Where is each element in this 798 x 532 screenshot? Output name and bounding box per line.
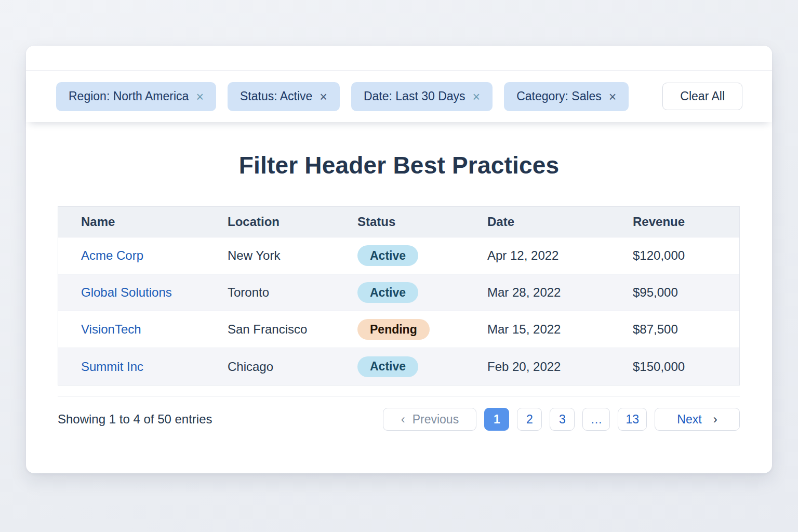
- status-badge: Active: [357, 282, 418, 303]
- filter-chip-label: Region: North America: [69, 89, 189, 103]
- status-badge: Active: [357, 245, 418, 266]
- next-page-button[interactable]: Next ›: [655, 408, 740, 431]
- filter-header: Region: North America × Status: Active ×…: [26, 71, 772, 122]
- filter-chip-label: Category: Sales: [516, 89, 602, 103]
- location-cell: San Francisco: [205, 311, 335, 348]
- date-cell: Feb 20, 2022: [464, 348, 610, 385]
- column-header-name: Name: [58, 207, 205, 237]
- table-footer: Showing 1 to 4 of 50 entries ‹ Previous …: [58, 408, 740, 431]
- chevron-left-icon: ‹: [401, 413, 405, 425]
- page-title: Filter Header Best Practices: [58, 151, 740, 179]
- table-row: VisionTech San Francisco Pending Mar 15,…: [58, 311, 739, 348]
- clear-all-button[interactable]: Clear All: [662, 83, 742, 110]
- filter-chip-date[interactable]: Date: Last 30 Days ×: [351, 82, 493, 111]
- filter-chip-region[interactable]: Region: North America ×: [56, 82, 216, 111]
- pagination: ‹ Previous 123…13 Next ›: [383, 408, 740, 431]
- revenue-cell: $95,000: [610, 274, 739, 311]
- company-link[interactable]: Summit Inc: [81, 360, 143, 374]
- filter-chip-list: Region: North America × Status: Active ×…: [56, 82, 629, 111]
- close-icon[interactable]: ×: [473, 89, 481, 103]
- close-icon[interactable]: ×: [320, 89, 327, 103]
- revenue-cell: $150,000: [610, 348, 739, 385]
- next-label: Next: [677, 413, 701, 427]
- previous-page-button[interactable]: ‹ Previous: [383, 408, 476, 431]
- page-3-button[interactable]: 3: [550, 408, 575, 431]
- results-table: Name Location Status Date Revenue Acme C…: [58, 206, 740, 385]
- filter-chip-category[interactable]: Category: Sales ×: [504, 82, 629, 111]
- filter-chip-label: Status: Active: [240, 89, 312, 103]
- table-header-row: Name Location Status Date Revenue: [58, 207, 739, 237]
- filter-chip-label: Date: Last 30 Days: [364, 89, 466, 103]
- table-row: Acme Corp New York Active Apr 12, 2022 $…: [58, 237, 739, 274]
- page-2-button[interactable]: 2: [517, 408, 542, 431]
- location-cell: Chicago: [205, 348, 335, 385]
- column-header-location: Location: [205, 207, 335, 237]
- column-header-status: Status: [335, 207, 464, 237]
- date-cell: Mar 15, 2022: [464, 311, 610, 348]
- close-icon[interactable]: ×: [196, 89, 204, 103]
- table-row: Global Solutions Toronto Active Mar 28, …: [58, 274, 739, 311]
- page-1-button[interactable]: 1: [484, 408, 509, 431]
- card-top-strip: [26, 46, 772, 71]
- chevron-right-icon: ›: [713, 413, 717, 425]
- table-row: Summit Inc Chicago Active Feb 20, 2022 $…: [58, 348, 739, 385]
- page-13-button[interactable]: 13: [618, 408, 647, 431]
- main-card: Region: North America × Status: Active ×…: [26, 46, 772, 473]
- column-header-revenue: Revenue: [610, 207, 739, 237]
- location-cell: Toronto: [205, 274, 335, 311]
- page-ellipsis-button[interactable]: …: [582, 408, 610, 431]
- filter-chip-status[interactable]: Status: Active ×: [228, 82, 340, 111]
- status-badge: Active: [357, 356, 418, 377]
- card-content: Filter Header Best Practices Name Locati…: [26, 122, 772, 473]
- entries-summary: Showing 1 to 4 of 50 entries: [58, 412, 212, 427]
- page-number-list: 123…13: [484, 408, 647, 431]
- date-cell: Apr 12, 2022: [464, 237, 610, 274]
- date-cell: Mar 28, 2022: [464, 274, 610, 311]
- column-header-date: Date: [464, 207, 610, 237]
- previous-label: Previous: [413, 413, 459, 427]
- close-icon[interactable]: ×: [609, 89, 617, 103]
- status-badge: Pending: [357, 319, 430, 340]
- revenue-cell: $120,000: [610, 237, 739, 274]
- location-cell: New York: [205, 237, 335, 274]
- company-link[interactable]: VisionTech: [81, 322, 141, 336]
- footer-divider: [58, 396, 740, 396]
- table-body: Acme Corp New York Active Apr 12, 2022 $…: [58, 237, 739, 385]
- revenue-cell: $87,500: [610, 311, 739, 348]
- company-link[interactable]: Acme Corp: [81, 248, 143, 262]
- company-link[interactable]: Global Solutions: [81, 285, 172, 299]
